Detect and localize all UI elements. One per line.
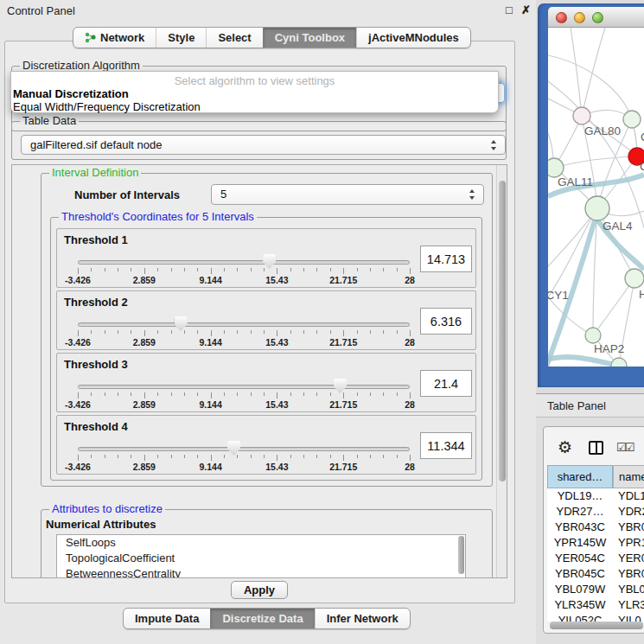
tick-mark: [237, 330, 238, 334]
network-node[interactable]: [585, 328, 601, 343]
slider-track[interactable]: [78, 322, 410, 327]
float-window-icon[interactable]: □: [506, 3, 513, 16]
slider-thumb[interactable]: [175, 316, 188, 331]
tab-impute-data[interactable]: Impute Data: [124, 609, 210, 628]
column-layout-icon[interactable]: [589, 441, 603, 455]
slider-thumb[interactable]: [263, 254, 276, 269]
threshold-value-field[interactable]: 14.713: [420, 245, 472, 272]
algorithm-dropdown-popup: Select algorithm to view settings Manual…: [10, 71, 499, 113]
minimize-traffic-light[interactable]: [574, 12, 585, 23]
tab-style[interactable]: Style: [156, 28, 206, 48]
slider-track[interactable]: [78, 385, 410, 389]
tab-jactivemnodules[interactable]: jActiveMNodules: [356, 28, 470, 48]
tick-mark: [78, 268, 79, 274]
scale-label: 15.43: [265, 337, 288, 348]
numerical-attributes-label: Numerical Attributes: [46, 518, 156, 531]
tick-mark: [171, 268, 172, 271]
tab-label: Impute Data: [135, 609, 199, 628]
network-canvas[interactable]: GAL80GCGAL11GAL4GCY1HHAP2: [548, 28, 644, 367]
tick-mark: [131, 330, 131, 334]
network-node[interactable]: [548, 158, 564, 177]
list-scrollbar[interactable]: [458, 536, 464, 574]
tick-mark: [410, 392, 411, 399]
network-node[interactable]: [573, 107, 590, 124]
tab-discretize-data[interactable]: Discretize Data: [210, 609, 314, 628]
table-row[interactable]: YER054CYER0: [547, 551, 644, 566]
threshold-value-field[interactable]: 21.4: [420, 370, 472, 397]
table-row[interactable]: YLR345WYLR3: [547, 597, 644, 613]
tab-infer-network[interactable]: Infer Network: [315, 609, 410, 628]
cell-shared-name: YER054C: [547, 551, 613, 566]
threshold-label: Threshold 2: [64, 296, 128, 309]
number-of-intervals-combo[interactable]: 5: [211, 184, 484, 205]
cell-name: YPR1: [618, 535, 644, 551]
tick-mark: [290, 268, 291, 271]
table-row[interactable]: YIL052CYIL0: [547, 613, 644, 622]
table-row[interactable]: YDL19…YDL1: [547, 488, 644, 504]
algorithm-option-manual[interactable]: Manual Discretization: [11, 87, 498, 100]
scrollbar-thumb[interactable]: [499, 181, 506, 481]
slider-thumb[interactable]: [227, 441, 240, 456]
cell-shared-name: YBR045C: [547, 566, 613, 582]
checkbox-filter-icon[interactable]: ☑☑: [616, 441, 633, 454]
table-header-name[interactable]: name: [613, 465, 644, 488]
algorithm-option-equal-width[interactable]: Equal Width/Frequency Discretization: [11, 100, 498, 113]
network-node[interactable]: [625, 269, 644, 288]
network-node[interactable]: [585, 196, 609, 220]
table-data-combo[interactable]: galFiltered.sif default node: [21, 135, 506, 155]
attribute-item[interactable]: TopologicalCoefficient: [57, 551, 465, 566]
table-hscrollbar[interactable]: [550, 622, 643, 629]
tab-cyni-toolbox[interactable]: Cyni Toolbox: [263, 28, 356, 48]
numerical-attributes-list[interactable]: SelfLoopsTopologicalCoefficientBetweenne…: [56, 534, 466, 578]
threshold-value-field[interactable]: 6.316: [420, 308, 472, 335]
tick-mark: [251, 455, 252, 458]
table-row[interactable]: YDR27…YDR2: [547, 504, 644, 520]
tick-mark: [330, 330, 331, 334]
close-traffic-light[interactable]: [556, 12, 567, 23]
table-row[interactable]: YBR045CYBR0: [547, 566, 644, 582]
table-header-shared[interactable]: shared…: [547, 465, 613, 488]
tick-mark: [224, 330, 225, 334]
table-row[interactable]: YBL079WYBL0: [547, 582, 644, 597]
attribute-item[interactable]: BetweennessCentrality: [57, 566, 465, 578]
scale-label: 15.43: [265, 462, 288, 472]
tab-select[interactable]: Select: [206, 28, 262, 48]
gear-icon[interactable]: ⚙: [558, 437, 572, 457]
cell-shared-name: YBL079W: [547, 582, 613, 597]
slider-track[interactable]: [78, 260, 410, 265]
scale-label: 2.859: [133, 337, 156, 348]
zoom-traffic-light[interactable]: [592, 12, 603, 23]
tick-mark: [264, 455, 265, 458]
tick-mark: [383, 268, 384, 271]
scale-label: 2.859: [133, 399, 156, 410]
tick-mark: [330, 392, 331, 396]
tick-mark: [197, 268, 198, 271]
tab-label: Cyni Toolbox: [275, 28, 345, 48]
threshold-value-field[interactable]: 11.344: [420, 432, 472, 459]
tick-mark: [157, 268, 158, 271]
tick-mark: [91, 268, 92, 271]
slider-ticks: [78, 455, 410, 462]
tab-label: jActiveMNodules: [368, 28, 459, 48]
tick-mark: [330, 268, 331, 271]
tick-mark: [171, 392, 172, 396]
attribute-item[interactable]: SelfLoops: [57, 535, 465, 551]
table-row[interactable]: YBR043CYBR0: [547, 520, 644, 535]
apply-button[interactable]: Apply: [231, 581, 288, 599]
panel-scrollbar[interactable]: [496, 165, 507, 577]
network-node[interactable]: [623, 111, 641, 128]
slider-track[interactable]: [78, 447, 410, 451]
tick-mark: [118, 455, 118, 458]
number-of-intervals-value: 5: [220, 188, 226, 201]
table-panel-title: Table Panel: [547, 399, 606, 412]
network-window-titlebar[interactable]: [548, 7, 644, 28]
slider-thumb[interactable]: [334, 379, 347, 393]
tick-mark: [131, 392, 131, 396]
threshold-panel-3: Threshold 3-3.4262.8599.14415.4321.71528…: [56, 353, 476, 412]
right-region: GAL80GCGAL11GAL4GCY1HHAP2 Table Panel ⚙ …: [536, 0, 644, 644]
close-icon[interactable]: ✗: [521, 3, 531, 16]
tab-network[interactable]: Network: [73, 28, 156, 48]
threshold-label: Threshold 3: [64, 358, 128, 371]
tick-mark: [410, 268, 411, 274]
table-row[interactable]: YPR145WYPR1: [547, 535, 644, 551]
